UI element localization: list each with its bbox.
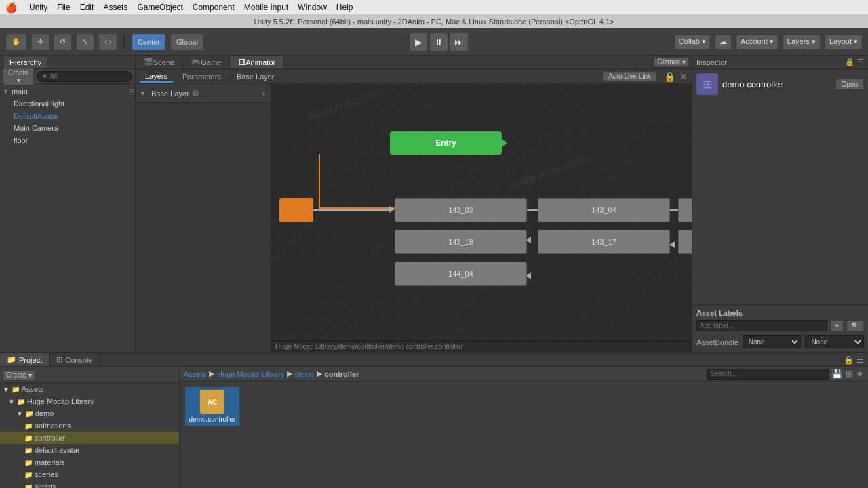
toolbar-right: Collab ▾ ☁ Account ▾ Layers ▾ Layout ▾ xyxy=(674,35,863,49)
rect-tool[interactable]: ▭ xyxy=(98,33,117,51)
tab-console[interactable]: ⊡ Console xyxy=(50,353,100,366)
tree-scenes[interactable]: 📁 scenes xyxy=(0,468,179,481)
menu-file[interactable]: File xyxy=(57,3,70,12)
tab-scene-label: Scene xyxy=(153,58,174,66)
project-star-icon[interactable]: ★ xyxy=(856,369,864,379)
inspector-panel: Inspector 🔒 ☰ ⊞ demo controller Open Ass… xyxy=(692,56,868,352)
menu-component[interactable]: Component xyxy=(193,3,235,12)
hierarchy-create-button[interactable]: Create ▾ xyxy=(3,68,34,85)
hierarchy-tab[interactable]: Hierarchy xyxy=(4,57,47,68)
animator-area: Layers Parameters Base Layer Auto Live L… xyxy=(136,69,692,352)
label-add-button[interactable]: + xyxy=(830,320,844,331)
tree-controller[interactable]: 📁 controller xyxy=(0,432,179,444)
state-144_04[interactable]: 144_04 xyxy=(395,262,527,286)
tab-animator[interactable]: 🎞 Animator xyxy=(230,56,284,68)
tree-item-maincamera[interactable]: Main Camera xyxy=(0,122,135,134)
step-button[interactable]: ⏭ xyxy=(450,33,469,52)
tree-demo[interactable]: ▼ 📁 demo xyxy=(0,407,179,420)
tree-item-defaultavatar[interactable]: DefaultAvatar xyxy=(0,110,135,122)
tree-huge-mocap[interactable]: ▼ 📁 Huge Mocap Library xyxy=(0,395,179,407)
tree-animations[interactable]: 📁 animations xyxy=(0,420,179,432)
menu-window[interactable]: Window xyxy=(298,3,327,12)
scale-tool[interactable]: ⤡ xyxy=(76,33,94,51)
hierarchy-root[interactable]: ▼ main ☰ xyxy=(0,85,135,98)
tab-scene[interactable]: 🎬 Scene xyxy=(136,56,183,68)
project-content-area: Assets ▶ Huge Mocap Library ▶ demo ▶ con… xyxy=(180,367,868,488)
tree-materials[interactable]: 📁 materials xyxy=(0,456,179,468)
animator-params-label: Parameters xyxy=(182,73,221,81)
tree-assets-label: Assets xyxy=(22,385,44,393)
auto-live-button[interactable]: Auto Live Link xyxy=(602,71,657,81)
animator-tab-parameters[interactable]: Parameters xyxy=(177,71,226,82)
project-search-input[interactable] xyxy=(707,369,829,380)
label-search-button[interactable]: 🔍 xyxy=(846,320,864,331)
asset-bundle-select[interactable]: None xyxy=(743,336,802,348)
animator-close-button[interactable]: ✕ xyxy=(679,71,688,82)
menu-assets[interactable]: Assets xyxy=(103,3,127,12)
menu-gameobject[interactable]: GameObject xyxy=(137,3,182,12)
layers-button[interactable]: Layers ▾ xyxy=(783,35,821,49)
layout-button[interactable]: Layout ▾ xyxy=(825,35,863,49)
state-143_18[interactable]: 143_18 xyxy=(395,230,527,254)
tab-game[interactable]: 🎮 Game xyxy=(183,56,230,68)
breadcrumb-demo[interactable]: demo xyxy=(295,370,314,378)
state-143_r1[interactable]: 143_ xyxy=(678,198,692,222)
project-filter-icon[interactable]: ⊞ xyxy=(846,369,853,379)
hierarchy-panel: Hierarchy Create ▾ ▼ main ☰ Directional … xyxy=(0,56,136,352)
state-143_r2[interactable]: 143_ xyxy=(678,230,692,254)
breadcrumb-assets[interactable]: Assets xyxy=(184,370,206,378)
asset-labels-section: Asset Labels + 🔍 AssetBundle None None xyxy=(692,304,868,352)
tree-scripts[interactable]: 📁 scripts xyxy=(0,481,179,488)
animator-layers-sidebar: ▼ Base Layer ⚙ + xyxy=(136,84,271,352)
hierarchy-options-icon[interactable]: ☰ xyxy=(129,88,135,96)
tree-default-avatar[interactable]: 📁 default avatar xyxy=(0,444,179,456)
tree-item-directional[interactable]: Directional light xyxy=(0,98,135,110)
state-143_02[interactable]: 143_02 xyxy=(395,198,527,222)
inspector-tab-label[interactable]: Inspector xyxy=(696,58,727,66)
auto-live-container: Auto Live Link xyxy=(602,71,657,81)
state-entry[interactable]: Entry xyxy=(390,131,502,155)
state-143_17[interactable]: 143_17 xyxy=(538,230,670,254)
apple-menu[interactable]: 🍎 xyxy=(5,2,17,13)
tree-assets[interactable]: ▼ 📁 Assets xyxy=(0,383,179,395)
file-demo-controller[interactable]: AC demo.controller xyxy=(185,387,239,426)
inspector-lock-icon[interactable]: 🔒 xyxy=(845,58,854,66)
menu-mobileinput[interactable]: Mobile Input xyxy=(244,3,288,12)
menu-edit[interactable]: Edit xyxy=(80,3,94,12)
bottom-tabs: 📁 Project ⊡ Console 🔒 ☰ xyxy=(0,353,868,367)
play-button[interactable]: ▶ xyxy=(409,33,428,52)
menu-help[interactable]: Help xyxy=(336,3,353,12)
bottom-lock-icon[interactable]: 🔒 xyxy=(844,355,854,365)
hand-tool[interactable]: ✋ xyxy=(5,33,27,51)
animator-lock-button[interactable]: 🔒 xyxy=(664,71,675,82)
account-button[interactable]: Account ▾ xyxy=(736,35,778,49)
project-save-icon[interactable]: 💾 xyxy=(831,369,843,379)
move-tool[interactable]: ✛ xyxy=(31,33,50,51)
cloud-button[interactable]: ☁ xyxy=(715,35,732,49)
tab-project[interactable]: 📁 Project xyxy=(0,353,50,366)
project-create-button[interactable]: Create ▾ xyxy=(3,370,35,380)
add-layer-icon[interactable]: + xyxy=(261,88,267,99)
base-layer-row[interactable]: ▼ Base Layer ⚙ + xyxy=(136,84,271,103)
label-input[interactable] xyxy=(696,320,827,331)
tab-game-icon: 🎮 xyxy=(191,58,201,66)
rotate-tool[interactable]: ↺ xyxy=(54,33,72,51)
scene-gizmos-button[interactable]: Gizmos ▾ xyxy=(654,57,689,67)
menu-unity[interactable]: Unity xyxy=(29,3,47,12)
global-toggle[interactable]: Global xyxy=(170,33,204,51)
inspector-menu-icon[interactable]: ☰ xyxy=(857,58,864,66)
bottom-menu-icon[interactable]: ☰ xyxy=(856,355,864,365)
inspector-open-button[interactable]: Open xyxy=(835,79,864,90)
center-toggle[interactable]: Center xyxy=(132,33,166,51)
animator-tab-layers[interactable]: Layers xyxy=(140,70,173,83)
pause-button[interactable]: ⏸ xyxy=(429,33,448,52)
asset-bundle-variant-select[interactable]: None xyxy=(805,336,864,348)
layer-settings-icon[interactable]: ⚙ xyxy=(192,89,199,98)
tree-item-floor[interactable]: floor xyxy=(0,134,135,146)
collab-button[interactable]: Collab ▾ xyxy=(674,35,711,49)
animator-canvas-wrapper[interactable]: www.rr-sc.com www.rr-sc.com www.rr-sc.co… xyxy=(271,84,692,352)
breadcrumb-huge[interactable]: Huge Mocap Library xyxy=(217,370,284,378)
state-orange[interactable] xyxy=(279,198,313,222)
state-143_04[interactable]: 143_04 xyxy=(538,198,670,222)
hierarchy-search[interactable] xyxy=(37,71,132,82)
